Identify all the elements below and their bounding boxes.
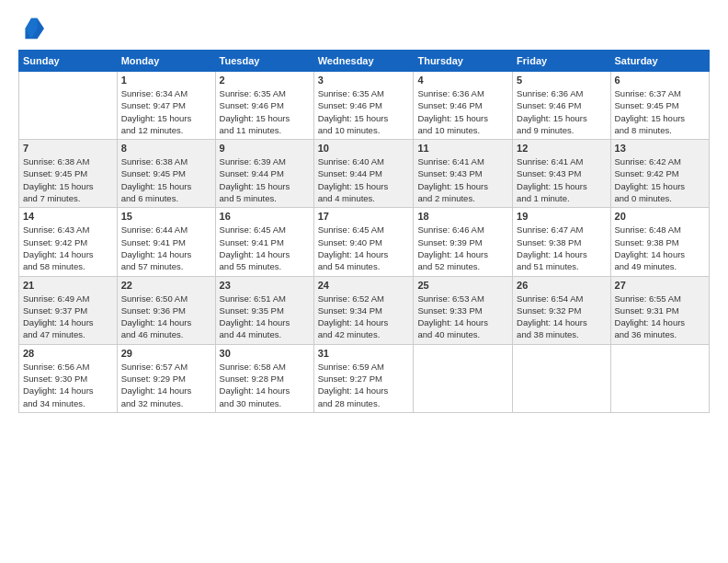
day-cell: 2Sunrise: 6:35 AMSunset: 9:46 PMDaylight… — [215, 72, 313, 140]
col-header-monday: Monday — [117, 51, 215, 72]
day-number: 26 — [517, 280, 606, 291]
day-number: 2 — [220, 75, 310, 86]
logo — [18, 15, 48, 40]
day-info: Sunrise: 6:50 AMSunset: 9:36 PMDaylight:… — [121, 293, 211, 341]
day-cell: 19Sunrise: 6:47 AMSunset: 9:38 PMDayligh… — [513, 208, 610, 276]
day-number: 24 — [318, 280, 410, 291]
day-cell: 17Sunrise: 6:45 AMSunset: 9:40 PMDayligh… — [313, 208, 414, 276]
day-info: Sunrise: 6:46 AMSunset: 9:39 PMDaylight:… — [417, 224, 508, 272]
col-header-saturday: Saturday — [610, 51, 709, 72]
week-row-5: 28Sunrise: 6:56 AMSunset: 9:30 PMDayligh… — [19, 344, 710, 412]
day-number: 30 — [220, 348, 310, 359]
day-cell: 4Sunrise: 6:36 AMSunset: 9:46 PMDaylight… — [414, 72, 513, 140]
day-cell — [610, 344, 709, 412]
day-info: Sunrise: 6:52 AMSunset: 9:34 PMDaylight:… — [318, 293, 410, 341]
day-number: 12 — [517, 143, 606, 154]
day-cell: 24Sunrise: 6:52 AMSunset: 9:34 PMDayligh… — [313, 276, 414, 344]
day-info: Sunrise: 6:42 AMSunset: 9:42 PMDaylight:… — [615, 155, 705, 204]
day-number: 19 — [517, 211, 606, 222]
day-info: Sunrise: 6:37 AMSunset: 9:45 PMDaylight:… — [615, 87, 705, 136]
day-number: 11 — [417, 143, 508, 154]
day-cell: 26Sunrise: 6:54 AMSunset: 9:32 PMDayligh… — [513, 276, 610, 344]
day-number: 22 — [121, 280, 211, 291]
day-cell: 12Sunrise: 6:41 AMSunset: 9:43 PMDayligh… — [513, 140, 610, 208]
day-cell: 22Sunrise: 6:50 AMSunset: 9:36 PMDayligh… — [117, 276, 215, 344]
day-info: Sunrise: 6:53 AMSunset: 9:33 PMDaylight:… — [417, 293, 508, 341]
day-number: 18 — [417, 211, 508, 222]
day-number: 10 — [318, 143, 410, 154]
day-number: 13 — [615, 143, 705, 154]
day-info: Sunrise: 6:41 AMSunset: 9:43 PMDaylight:… — [517, 155, 606, 204]
day-cell: 11Sunrise: 6:41 AMSunset: 9:43 PMDayligh… — [414, 140, 513, 208]
day-info: Sunrise: 6:49 AMSunset: 9:37 PMDaylight:… — [23, 293, 113, 341]
col-header-friday: Friday — [513, 51, 610, 72]
col-header-thursday: Thursday — [414, 51, 513, 72]
day-cell: 3Sunrise: 6:35 AMSunset: 9:46 PMDaylight… — [313, 72, 414, 140]
day-cell: 29Sunrise: 6:57 AMSunset: 9:29 PMDayligh… — [117, 344, 215, 412]
day-info: Sunrise: 6:45 AMSunset: 9:40 PMDaylight:… — [318, 224, 410, 272]
calendar: SundayMondayTuesdayWednesdayThursdayFrid… — [18, 50, 710, 413]
day-info: Sunrise: 6:34 AMSunset: 9:47 PMDaylight:… — [121, 87, 211, 136]
day-cell: 6Sunrise: 6:37 AMSunset: 9:45 PMDaylight… — [610, 72, 709, 140]
day-info: Sunrise: 6:38 AMSunset: 9:45 PMDaylight:… — [121, 155, 211, 204]
day-info: Sunrise: 6:39 AMSunset: 9:44 PMDaylight:… — [220, 155, 310, 204]
header — [18, 15, 710, 40]
day-number: 5 — [517, 75, 606, 86]
day-info: Sunrise: 6:58 AMSunset: 9:28 PMDaylight:… — [220, 361, 310, 409]
day-cell: 25Sunrise: 6:53 AMSunset: 9:33 PMDayligh… — [414, 276, 513, 344]
col-header-tuesday: Tuesday — [215, 51, 313, 72]
day-info: Sunrise: 6:35 AMSunset: 9:46 PMDaylight:… — [318, 87, 410, 136]
day-info: Sunrise: 6:51 AMSunset: 9:35 PMDaylight:… — [220, 293, 310, 341]
day-cell — [19, 72, 118, 140]
day-cell: 28Sunrise: 6:56 AMSunset: 9:30 PMDayligh… — [19, 344, 118, 412]
day-info: Sunrise: 6:57 AMSunset: 9:29 PMDaylight:… — [121, 361, 211, 409]
day-cell: 8Sunrise: 6:38 AMSunset: 9:45 PMDaylight… — [117, 140, 215, 208]
day-info: Sunrise: 6:35 AMSunset: 9:46 PMDaylight:… — [220, 87, 310, 136]
day-number: 23 — [220, 280, 310, 291]
day-number: 7 — [23, 143, 113, 154]
day-info: Sunrise: 6:36 AMSunset: 9:46 PMDaylight:… — [417, 87, 508, 136]
day-number: 31 — [318, 348, 410, 359]
page: SundayMondayTuesdayWednesdayThursdayFrid… — [0, 0, 728, 563]
day-info: Sunrise: 6:40 AMSunset: 9:44 PMDaylight:… — [318, 155, 410, 204]
day-cell: 13Sunrise: 6:42 AMSunset: 9:42 PMDayligh… — [610, 140, 709, 208]
col-header-wednesday: Wednesday — [313, 51, 414, 72]
day-cell: 16Sunrise: 6:45 AMSunset: 9:41 PMDayligh… — [215, 208, 313, 276]
day-info: Sunrise: 6:38 AMSunset: 9:45 PMDaylight:… — [23, 155, 113, 204]
day-info: Sunrise: 6:55 AMSunset: 9:31 PMDaylight:… — [615, 293, 705, 341]
day-cell: 10Sunrise: 6:40 AMSunset: 9:44 PMDayligh… — [313, 140, 414, 208]
day-number: 17 — [318, 211, 410, 222]
day-cell — [513, 344, 610, 412]
day-number: 15 — [121, 211, 211, 222]
day-number: 8 — [121, 143, 211, 154]
day-number: 1 — [121, 75, 211, 86]
day-number: 14 — [23, 211, 113, 222]
day-number: 16 — [220, 211, 310, 222]
day-info: Sunrise: 6:47 AMSunset: 9:38 PMDaylight:… — [517, 224, 606, 272]
day-number: 25 — [417, 280, 508, 291]
day-info: Sunrise: 6:48 AMSunset: 9:38 PMDaylight:… — [615, 224, 705, 272]
day-cell: 27Sunrise: 6:55 AMSunset: 9:31 PMDayligh… — [610, 276, 709, 344]
day-number: 27 — [615, 280, 705, 291]
day-cell: 20Sunrise: 6:48 AMSunset: 9:38 PMDayligh… — [610, 208, 709, 276]
day-cell: 14Sunrise: 6:43 AMSunset: 9:42 PMDayligh… — [19, 208, 118, 276]
day-cell: 30Sunrise: 6:58 AMSunset: 9:28 PMDayligh… — [215, 344, 313, 412]
day-info: Sunrise: 6:44 AMSunset: 9:41 PMDaylight:… — [121, 224, 211, 272]
day-number: 28 — [23, 348, 113, 359]
week-row-3: 14Sunrise: 6:43 AMSunset: 9:42 PMDayligh… — [19, 208, 710, 276]
day-info: Sunrise: 6:54 AMSunset: 9:32 PMDaylight:… — [517, 293, 606, 341]
day-cell: 7Sunrise: 6:38 AMSunset: 9:45 PMDaylight… — [19, 140, 118, 208]
day-cell — [414, 344, 513, 412]
col-header-sunday: Sunday — [19, 51, 118, 72]
header-row: SundayMondayTuesdayWednesdayThursdayFrid… — [19, 51, 710, 72]
day-cell: 31Sunrise: 6:59 AMSunset: 9:27 PMDayligh… — [313, 344, 414, 412]
day-cell: 1Sunrise: 6:34 AMSunset: 9:47 PMDaylight… — [117, 72, 215, 140]
day-info: Sunrise: 6:45 AMSunset: 9:41 PMDaylight:… — [220, 224, 310, 272]
day-number: 29 — [121, 348, 211, 359]
day-number: 4 — [417, 75, 508, 86]
day-cell: 5Sunrise: 6:36 AMSunset: 9:46 PMDaylight… — [513, 72, 610, 140]
week-row-1: 1Sunrise: 6:34 AMSunset: 9:47 PMDaylight… — [19, 72, 710, 140]
week-row-4: 21Sunrise: 6:49 AMSunset: 9:37 PMDayligh… — [19, 276, 710, 344]
week-row-2: 7Sunrise: 6:38 AMSunset: 9:45 PMDaylight… — [19, 140, 710, 208]
day-number: 20 — [615, 211, 705, 222]
